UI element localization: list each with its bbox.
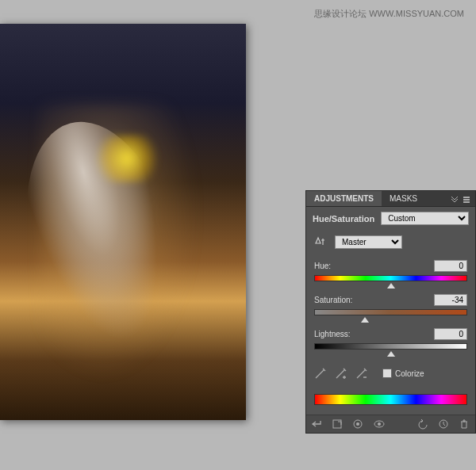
clip-icon[interactable] [352, 418, 365, 430]
watermark-text: 思缘设计论坛 WWW.MISSYUAN.COM [314, 8, 464, 20]
return-icon[interactable] [311, 418, 324, 430]
expand-icon[interactable] [332, 418, 344, 430]
svg-point-5 [356, 422, 359, 426]
svg-rect-1 [463, 199, 470, 201]
targeting-row: Master [306, 230, 475, 257]
colorize-option[interactable]: Colorize [382, 369, 424, 378]
previous-icon[interactable] [416, 418, 429, 430]
lightness-input[interactable] [434, 328, 467, 340]
colorize-checkbox[interactable] [382, 369, 392, 378]
reset-icon[interactable] [437, 418, 450, 430]
hue-slider[interactable] [314, 275, 467, 285]
eyedropper-subtract-icon[interactable] [355, 367, 368, 380]
eyedropper-icon[interactable] [314, 367, 327, 380]
visibility-icon[interactable] [373, 418, 386, 430]
trash-icon[interactable] [458, 418, 470, 430]
svg-point-7 [378, 422, 381, 426]
spectrum-bar [314, 394, 467, 405]
lightness-label: Lightness: [314, 330, 351, 338]
svg-rect-2 [463, 201, 470, 203]
saturation-input[interactable] [434, 294, 467, 306]
preset-select[interactable]: Custom [381, 212, 469, 225]
lightness-slider-group: Lightness: [306, 325, 475, 359]
svg-rect-0 [463, 197, 470, 198]
adjustment-header: Hue/Saturation Custom [306, 207, 475, 230]
panel-collapse-icons[interactable] [445, 195, 475, 203]
hue-input[interactable] [434, 260, 467, 272]
hue-slider-group: Hue: [306, 257, 475, 291]
saturation-slider[interactable] [314, 309, 467, 319]
tab-adjustments[interactable]: ADJUSTMENTS [306, 191, 382, 206]
canvas-image[interactable] [0, 24, 246, 420]
saturation-label: Saturation: [314, 296, 352, 304]
adjustment-title: Hue/Saturation [313, 214, 374, 224]
saturation-slider-group: Saturation: [306, 291, 475, 325]
lightness-slider[interactable] [314, 343, 467, 353]
eyedropper-add-icon[interactable] [335, 367, 347, 380]
lightness-handle[interactable] [387, 351, 395, 357]
panel-tab-bar: ADJUSTMENTS MASKS [306, 191, 475, 207]
panel-footer [306, 415, 475, 433]
targeted-adjustment-icon[interactable] [313, 235, 328, 249]
hue-label: Hue: [314, 262, 331, 270]
colorize-label: Colorize [395, 369, 424, 378]
saturation-handle[interactable] [361, 317, 369, 323]
image-glow [95, 135, 159, 182]
tab-masks[interactable]: MASKS [382, 191, 425, 206]
hue-handle[interactable] [387, 283, 395, 288]
eyedropper-row: Colorize [306, 359, 475, 388]
channel-select[interactable]: Master [335, 235, 402, 249]
adjustments-panel: ADJUSTMENTS MASKS Hue/Saturation Custom … [305, 190, 476, 434]
